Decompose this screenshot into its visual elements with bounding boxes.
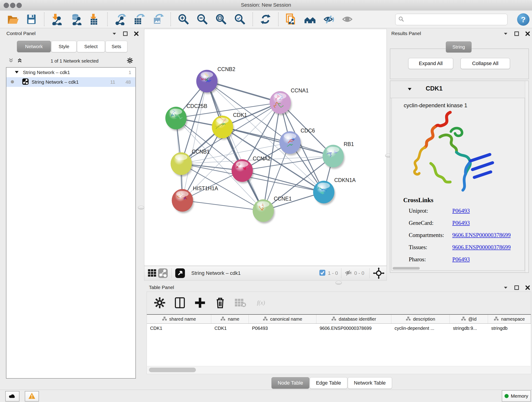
float-icon[interactable] xyxy=(514,285,519,291)
hidden-eye-icon[interactable] xyxy=(345,269,352,277)
birdseye-icon[interactable] xyxy=(175,267,185,280)
crosslink-link[interactable]: P06493 xyxy=(452,208,470,214)
open-session-icon[interactable] xyxy=(6,13,19,26)
table-hscroll-thumb[interactable] xyxy=(149,368,196,372)
tab-network-table[interactable]: Network Table xyxy=(348,377,392,389)
table-cell[interactable]: stringdb:9... xyxy=(450,324,488,333)
menu-arrow-icon[interactable] xyxy=(112,31,117,37)
search-input[interactable] xyxy=(404,17,507,22)
tab-style[interactable]: Style xyxy=(51,41,76,52)
close-icon[interactable] xyxy=(525,31,530,37)
network-options-gear-icon[interactable] xyxy=(127,57,133,65)
network-row[interactable]: String Network – cdk1 11 48 xyxy=(6,77,135,87)
crosslink-link[interactable]: P06493 xyxy=(452,256,470,263)
menu-arrow-icon[interactable] xyxy=(503,285,508,291)
column-header-namespace[interactable]: namespace xyxy=(488,315,531,323)
tab-sets[interactable]: Sets xyxy=(105,41,127,52)
zoom-out-icon[interactable] xyxy=(196,13,209,26)
share-view-icon[interactable] xyxy=(158,267,168,280)
hide-selected-icon[interactable] xyxy=(322,13,335,26)
close-icon[interactable] xyxy=(134,31,139,37)
table-cell[interactable]: P06493 xyxy=(249,324,317,333)
edge-HIST1H1A-CCNE1[interactable] xyxy=(182,200,263,211)
export-network-icon[interactable] xyxy=(114,13,127,26)
export-table-icon[interactable] xyxy=(133,13,146,26)
node-CCNA1[interactable]: CCNA1 xyxy=(270,88,309,115)
crosslink-link[interactable]: 9606.ENSP00000378699 xyxy=(452,232,511,238)
tab-string[interactable]: String xyxy=(446,41,472,52)
menu-arrow-icon[interactable] xyxy=(503,31,508,37)
float-icon[interactable] xyxy=(514,31,519,37)
memory-button[interactable]: Memory xyxy=(502,390,531,402)
selected-checkbox-icon[interactable] xyxy=(319,269,326,277)
expand-all-icon[interactable] xyxy=(17,58,22,64)
table-cell[interactable]: CDK1 xyxy=(211,324,249,333)
table-cell[interactable]: CDK1 xyxy=(147,324,211,333)
add-column-icon[interactable] xyxy=(194,297,206,309)
crosslink-link[interactable]: P06493 xyxy=(452,220,470,226)
column-header-shared-name[interactable]: shared name xyxy=(147,315,211,323)
bottom-splitter-handle[interactable] xyxy=(336,281,342,285)
import-table-file-icon[interactable] xyxy=(88,13,101,26)
collection-expand-icon[interactable] xyxy=(15,70,19,75)
first-neighbors-icon[interactable] xyxy=(304,13,317,26)
edge-CCNB2-HIST1H1A[interactable] xyxy=(182,81,207,200)
crosslink-label: Tissues: xyxy=(409,244,427,250)
gene-expand-icon[interactable] xyxy=(408,87,412,92)
pan-crosshair-icon[interactable] xyxy=(373,267,385,280)
search-box[interactable] xyxy=(395,14,507,25)
results-hscroll-thumb[interactable] xyxy=(393,267,420,269)
import-network-database-icon[interactable] xyxy=(70,13,82,26)
gene-section-header[interactable]: CDK1 xyxy=(390,81,529,98)
results-vscrollbar[interactable] xyxy=(525,81,529,273)
split-columns-icon[interactable] xyxy=(174,297,186,309)
import-network-file-icon[interactable] xyxy=(51,13,63,26)
node-RB1[interactable]: RB1 xyxy=(323,141,354,169)
clone-network-icon[interactable] xyxy=(285,13,298,26)
table-cell[interactable]: 9606.ENSP00000378699 xyxy=(317,324,391,333)
show-all-icon[interactable] xyxy=(341,13,354,26)
table-cell[interactable]: stringdb xyxy=(488,324,531,333)
collapse-all-icon[interactable] xyxy=(8,58,14,64)
node-CDC6[interactable]: CDC6 xyxy=(279,128,315,155)
string-network-icon xyxy=(22,78,29,86)
expand-all-button[interactable]: Expand All xyxy=(408,58,453,69)
column-header--id[interactable]: @id xyxy=(450,315,488,323)
zoom-selected-icon[interactable] xyxy=(234,13,246,26)
warnings-button[interactable] xyxy=(25,391,39,402)
tab-network[interactable]: Network xyxy=(17,41,51,52)
table-settings-gear-icon[interactable] xyxy=(154,297,166,309)
collapse-all-button[interactable]: Collapse All xyxy=(461,58,510,69)
column-header-name[interactable]: name xyxy=(211,315,249,323)
refresh-network-icon[interactable] xyxy=(259,13,272,26)
save-session-icon[interactable] xyxy=(25,13,38,26)
left-splitter-handle[interactable] xyxy=(138,206,144,210)
node-label-HIST1H1A: HIST1H1A xyxy=(193,185,218,191)
network-canvas[interactable]: CCNB2 CCNA1 CDC25B CDK1 CDC6 RB1 CCNB1 C… xyxy=(144,29,387,266)
node-CDKN1A[interactable]: CDKN1A xyxy=(313,177,356,205)
export-image-icon[interactable] xyxy=(152,13,164,26)
tab-edge-table[interactable]: Edge Table xyxy=(310,377,347,389)
table-row[interactable]: CDK1CDK1P064939606.ENSP00000378699cyclin… xyxy=(147,324,531,333)
tab-node-table[interactable]: Node Table xyxy=(272,377,309,389)
edge-CDK1-RB1[interactable] xyxy=(222,127,333,156)
title-bar: Session: New Session xyxy=(0,0,532,11)
node-HIST1H1A[interactable]: HIST1H1A xyxy=(172,185,218,213)
zoom-fit-icon[interactable] xyxy=(215,13,228,26)
zoom-in-icon[interactable] xyxy=(177,13,190,26)
help-button[interactable]: ? xyxy=(517,13,530,26)
column-header-description[interactable]: description xyxy=(391,315,450,323)
column-header-canonical-name[interactable]: canonical name xyxy=(249,315,317,323)
tab-select[interactable]: Select xyxy=(77,41,105,52)
cloud-status-button[interactable] xyxy=(5,391,19,402)
table-hscrollbar[interactable] xyxy=(147,366,530,374)
node-CCNB2[interactable]: CCNB2 xyxy=(196,66,235,94)
column-header-database-identifier[interactable]: database identifier xyxy=(317,315,391,323)
grid-mode-icon[interactable] xyxy=(147,267,158,280)
table-cell[interactable]: cyclin-dependent ... xyxy=(391,324,450,333)
network-collection-row[interactable]: String Network – cdk1 1 xyxy=(6,68,135,77)
close-icon[interactable] xyxy=(525,285,530,291)
delete-column-icon[interactable] xyxy=(214,297,226,309)
float-icon[interactable] xyxy=(123,31,128,37)
crosslink-link[interactable]: 9606.ENSP00000378699 xyxy=(452,244,511,250)
